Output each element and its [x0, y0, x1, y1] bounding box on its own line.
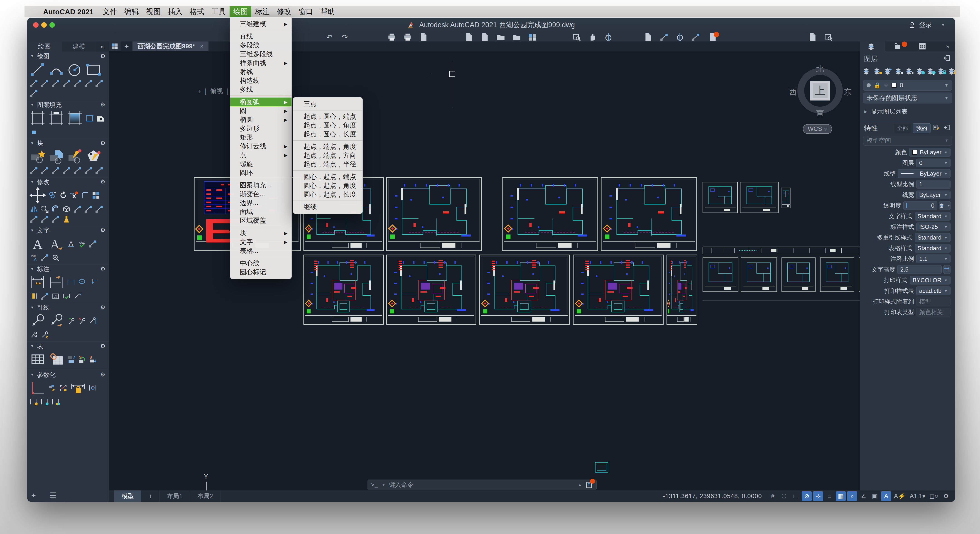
mleader-style-select[interactable]: Standard▼ [915, 233, 950, 242]
menubar-item-format[interactable]: 格式 [186, 6, 208, 17]
attribute-tool-icon[interactable] [30, 166, 38, 175]
quick-select-button[interactable] [659, 33, 669, 42]
palette-section-modify[interactable]: ▼ 修改 ⚙ [27, 177, 109, 186]
radius-dimension-tool-icon[interactable]: + [78, 278, 86, 287]
section-settings-icon[interactable]: ⚙ [100, 371, 105, 378]
open-button[interactable] [496, 33, 506, 42]
linetype-select[interactable]: ByLayer▼ [898, 169, 950, 178]
draw-menu-item[interactable]: 直线 [230, 32, 291, 41]
layer-unlock-button[interactable] [948, 67, 955, 76]
palette-collapse-button[interactable]: « [96, 41, 109, 51]
constraint-hide-tool-icon[interactable] [40, 398, 49, 406]
polyline-tool-icon[interactable] [40, 79, 49, 88]
arc-submenu-item[interactable]: 起点，圆心，长度 [293, 130, 363, 138]
panel-autohide-icon[interactable] [943, 54, 951, 64]
text-style-select[interactable]: Standard▼ [915, 212, 950, 221]
draw-menu-item[interactable]: 射线 [230, 67, 291, 76]
redo-button[interactable]: ↷ [340, 33, 350, 42]
transparency-input[interactable]: 0 [903, 201, 937, 210]
viewport-menu-control[interactable]: + [197, 87, 201, 95]
constraint-update-tool-icon[interactable] [89, 384, 97, 393]
offset-tool-icon[interactable] [51, 205, 60, 213]
arc-submenu-item[interactable]: 继续 [293, 203, 363, 211]
draw-menu-item[interactable]: 圆心标记 [230, 268, 291, 277]
table-style-tool-icon[interactable]: A [67, 355, 75, 364]
break-tool-icon[interactable] [30, 215, 38, 223]
dimension-style-tool-icon[interactable] [48, 274, 64, 291]
space-selector[interactable]: 模型空间 ▼ [863, 136, 952, 146]
save-button[interactable] [512, 33, 522, 42]
chamfer-tool-icon[interactable] [95, 205, 103, 213]
draw-menu-item[interactable]: 区域覆盖 [230, 216, 291, 225]
linetype-scale-input[interactable]: 1 [916, 180, 950, 189]
export-button[interactable] [480, 33, 490, 42]
command-history-icon[interactable]: ▼ [382, 483, 385, 487]
filter-all-button[interactable]: 全部 [894, 124, 911, 133]
view-restore-button[interactable] [824, 33, 834, 42]
transparency-layer-button[interactable]: ▼ [939, 201, 950, 210]
snap-toggle[interactable]: ∷ [779, 491, 789, 501]
layers-tab[interactable] [860, 41, 885, 51]
menubar-item-insert[interactable]: 插入 [164, 6, 186, 17]
draw-menu-item[interactable]: 渐变色... [230, 190, 291, 199]
text-align-tool-icon[interactable]: A [67, 240, 75, 248]
polar-tracking-toggle[interactable]: ⊘ [802, 491, 812, 501]
isolate-objects-toggle[interactable]: ◻○ [928, 491, 940, 501]
pan-tool-button[interactable] [587, 33, 598, 42]
erase-tool-icon[interactable] [62, 215, 71, 223]
undo-button[interactable]: ↶ [325, 33, 334, 42]
palette-section-draw[interactable]: ▼ 绘图 ⚙ [27, 51, 109, 60]
section-settings-icon[interactable]: ⚙ [100, 178, 105, 185]
palette-section-dimension[interactable]: ▼ 标注 ⚙ [27, 264, 109, 273]
draw-menu-item[interactable]: 中心线 [230, 259, 291, 268]
draw-menu-item[interactable]: 椭圆▶ [230, 115, 291, 124]
quick-leader-tool-icon[interactable] [40, 331, 49, 339]
layout2-tab[interactable]: 布局2 [190, 490, 221, 502]
panel-autohide-icon[interactable] [944, 124, 951, 133]
circle-tool-icon[interactable] [67, 62, 83, 78]
color-select[interactable]: ByLayer▼ [909, 148, 950, 157]
stretch-modify-tool-icon[interactable] [73, 205, 82, 213]
menubar-app-name[interactable]: AutoCAD 2021 [38, 6, 99, 17]
sheet-set-tab[interactable] [910, 41, 935, 51]
wcs-selector[interactable]: WCS ▽ [803, 124, 832, 134]
selection-cycling-toggle[interactable]: ⌕ [847, 491, 857, 501]
isodraft-toggle[interactable]: ∠ [858, 491, 869, 501]
autoscale-toggle[interactable]: A⚡ [892, 491, 907, 501]
add-leader-tool-icon[interactable]: + [67, 317, 75, 325]
boundary-tool-icon[interactable] [85, 114, 94, 122]
trim-tool-icon[interactable] [70, 191, 78, 200]
draw-menu-item[interactable]: 修订云线▶ [230, 142, 291, 151]
helix-tool-icon[interactable] [30, 89, 38, 98]
draw-menu-item[interactable]: 面域 [230, 207, 291, 216]
grid-toggle[interactable]: # [768, 491, 778, 501]
create-block-tool-icon[interactable] [30, 149, 46, 165]
orbit-tool-button[interactable] [603, 33, 613, 42]
zoom-window-tool-button[interactable] [572, 33, 582, 42]
batch-plot-button[interactable] [402, 33, 413, 42]
palette-tab-draw[interactable]: 绘图 [27, 41, 62, 51]
aligned-dimension-tool-icon[interactable] [67, 278, 75, 287]
spell-check-tool-icon[interactable]: ABC [78, 240, 86, 248]
menubar-item-draw[interactable]: 绘图 [229, 6, 251, 17]
sign-in-button[interactable]: 登录 ▼ [909, 20, 945, 30]
draw-menu-item[interactable]: 构造线 [230, 76, 291, 85]
arc-submenu-item[interactable]: 起点，圆心，角度 [293, 121, 363, 130]
dynamic-ucs-toggle[interactable]: ▣ [870, 491, 880, 501]
arc-submenu-item[interactable]: 圆心，起点，端点 [293, 172, 363, 181]
command-line[interactable]: >_ ▼ 键入命令 ▲ [368, 480, 597, 490]
section-settings-icon[interactable]: ⚙ [100, 52, 105, 60]
ellipse-tool-icon[interactable] [73, 79, 82, 88]
document-tab-active[interactable]: 西湖公园完成图999* × [132, 41, 208, 51]
layer-off-button[interactable] [927, 67, 936, 76]
arc-submenu-item[interactable]: 起点，端点，方向 [293, 151, 363, 160]
fillet-tool-icon[interactable] [81, 191, 89, 200]
viewcube-north[interactable]: 北 [816, 64, 824, 74]
menubar-item-view[interactable]: 视图 [142, 6, 164, 17]
layer-properties-button[interactable] [863, 67, 872, 76]
pick-text-height-button[interactable] [943, 265, 950, 274]
palette-add-button[interactable]: + [31, 491, 36, 500]
viewcube-top-face[interactable]: 上 [810, 81, 830, 100]
properties-button[interactable] [643, 33, 653, 42]
block-return-tool-icon[interactable] [95, 166, 103, 175]
